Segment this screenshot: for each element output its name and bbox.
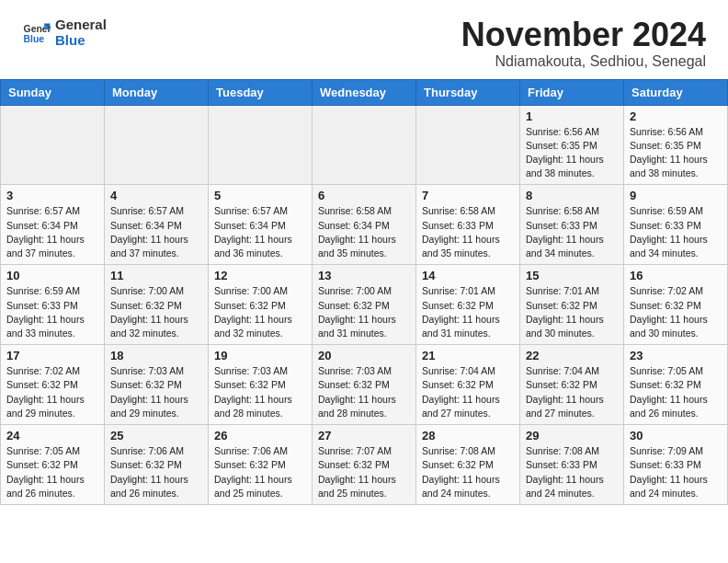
calendar-cell: 25Sunrise: 7:06 AM Sunset: 6:32 PM Dayli…	[105, 425, 209, 505]
col-header-thursday: Thursday	[416, 79, 520, 105]
day-number: 28	[422, 429, 514, 442]
col-header-wednesday: Wednesday	[313, 79, 416, 105]
calendar-cell: 11Sunrise: 7:00 AM Sunset: 6:32 PM Dayli…	[105, 265, 209, 345]
calendar-cell: 16Sunrise: 7:02 AM Sunset: 6:32 PM Dayli…	[624, 265, 728, 345]
day-number: 22	[526, 349, 618, 362]
calendar-week-row: 10Sunrise: 6:59 AM Sunset: 6:33 PM Dayli…	[1, 265, 728, 345]
day-number: 17	[6, 349, 98, 362]
day-number: 6	[318, 189, 410, 202]
day-info: Sunrise: 7:06 AM Sunset: 6:32 PM Dayligh…	[214, 444, 306, 500]
day-number: 4	[110, 189, 202, 202]
calendar-week-row: 1Sunrise: 6:56 AM Sunset: 6:35 PM Daylig…	[1, 105, 728, 185]
day-info: Sunrise: 7:04 AM Sunset: 6:32 PM Dayligh…	[526, 364, 618, 420]
day-number: 10	[6, 269, 98, 282]
calendar-week-row: 3Sunrise: 6:57 AM Sunset: 6:34 PM Daylig…	[1, 185, 728, 265]
calendar-cell: 24Sunrise: 7:05 AM Sunset: 6:32 PM Dayli…	[1, 425, 105, 505]
day-number: 26	[214, 429, 306, 442]
calendar-cell: 27Sunrise: 7:07 AM Sunset: 6:32 PM Dayli…	[313, 425, 416, 505]
day-info: Sunrise: 7:03 AM Sunset: 6:32 PM Dayligh…	[214, 364, 306, 420]
calendar-cell: 10Sunrise: 6:59 AM Sunset: 6:33 PM Dayli…	[1, 265, 105, 345]
col-header-saturday: Saturday	[624, 79, 728, 105]
day-number: 18	[110, 349, 202, 362]
calendar-cell	[1, 105, 105, 185]
col-header-tuesday: Tuesday	[209, 79, 313, 105]
day-number: 3	[6, 189, 98, 202]
day-number: 8	[526, 189, 618, 202]
calendar-cell: 15Sunrise: 7:01 AM Sunset: 6:32 PM Dayli…	[520, 265, 624, 345]
day-number: 14	[422, 269, 514, 282]
day-info: Sunrise: 7:00 AM Sunset: 6:32 PM Dayligh…	[318, 284, 410, 340]
calendar-cell: 22Sunrise: 7:04 AM Sunset: 6:32 PM Dayli…	[520, 345, 624, 425]
month-year: November 2024	[461, 17, 706, 53]
day-info: Sunrise: 7:06 AM Sunset: 6:32 PM Dayligh…	[110, 444, 202, 500]
day-info: Sunrise: 6:58 AM Sunset: 6:33 PM Dayligh…	[422, 204, 514, 260]
day-info: Sunrise: 7:00 AM Sunset: 6:32 PM Dayligh…	[214, 284, 306, 340]
day-info: Sunrise: 7:09 AM Sunset: 6:33 PM Dayligh…	[630, 444, 722, 500]
day-number: 20	[318, 349, 410, 362]
calendar-cell: 17Sunrise: 7:02 AM Sunset: 6:32 PM Dayli…	[1, 345, 105, 425]
day-info: Sunrise: 6:57 AM Sunset: 6:34 PM Dayligh…	[110, 204, 202, 260]
day-number: 29	[526, 429, 618, 442]
day-number: 24	[6, 429, 98, 442]
day-number: 19	[214, 349, 306, 362]
calendar-cell	[105, 105, 209, 185]
calendar-week-row: 24Sunrise: 7:05 AM Sunset: 6:32 PM Dayli…	[1, 425, 728, 505]
svg-text:Blue: Blue	[24, 34, 45, 44]
calendar-cell: 1Sunrise: 6:56 AM Sunset: 6:35 PM Daylig…	[520, 105, 624, 185]
day-number: 2	[630, 109, 722, 123]
day-info: Sunrise: 7:05 AM Sunset: 6:32 PM Dayligh…	[630, 364, 722, 420]
day-info: Sunrise: 7:08 AM Sunset: 6:32 PM Dayligh…	[422, 444, 514, 500]
day-number: 21	[422, 349, 514, 362]
day-number: 30	[630, 429, 722, 442]
day-info: Sunrise: 7:02 AM Sunset: 6:32 PM Dayligh…	[630, 284, 722, 340]
day-info: Sunrise: 7:04 AM Sunset: 6:32 PM Dayligh…	[422, 364, 514, 420]
day-info: Sunrise: 6:56 AM Sunset: 6:35 PM Dayligh…	[526, 125, 618, 181]
day-number: 27	[318, 429, 410, 442]
col-header-monday: Monday	[105, 79, 209, 105]
day-number: 16	[630, 269, 722, 282]
calendar-cell: 12Sunrise: 7:00 AM Sunset: 6:32 PM Dayli…	[209, 265, 313, 345]
calendar-cell: 23Sunrise: 7:05 AM Sunset: 6:32 PM Dayli…	[624, 345, 728, 425]
day-info: Sunrise: 7:05 AM Sunset: 6:32 PM Dayligh…	[6, 444, 98, 500]
day-info: Sunrise: 7:03 AM Sunset: 6:32 PM Dayligh…	[110, 364, 202, 420]
calendar-cell	[313, 105, 416, 185]
day-number: 13	[318, 269, 410, 282]
day-info: Sunrise: 6:59 AM Sunset: 6:33 PM Dayligh…	[6, 284, 98, 340]
calendar-cell: 6Sunrise: 6:58 AM Sunset: 6:34 PM Daylig…	[313, 185, 416, 265]
day-number: 5	[214, 189, 306, 202]
day-info: Sunrise: 7:08 AM Sunset: 6:33 PM Dayligh…	[526, 444, 618, 500]
calendar-cell: 2Sunrise: 6:56 AM Sunset: 6:35 PM Daylig…	[624, 105, 728, 185]
calendar-cell: 30Sunrise: 7:09 AM Sunset: 6:33 PM Dayli…	[624, 425, 728, 505]
calendar-cell: 14Sunrise: 7:01 AM Sunset: 6:32 PM Dayli…	[416, 265, 520, 345]
day-info: Sunrise: 7:03 AM Sunset: 6:32 PM Dayligh…	[318, 364, 410, 420]
calendar-cell: 28Sunrise: 7:08 AM Sunset: 6:32 PM Dayli…	[416, 425, 520, 505]
day-info: Sunrise: 6:57 AM Sunset: 6:34 PM Dayligh…	[6, 204, 98, 260]
calendar-cell: 9Sunrise: 6:59 AM Sunset: 6:33 PM Daylig…	[624, 185, 728, 265]
day-number: 12	[214, 269, 306, 282]
logo-icon: General Blue	[22, 17, 51, 47]
calendar-cell: 13Sunrise: 7:00 AM Sunset: 6:32 PM Dayli…	[313, 265, 416, 345]
calendar-cell: 29Sunrise: 7:08 AM Sunset: 6:33 PM Dayli…	[520, 425, 624, 505]
calendar-cell: 3Sunrise: 6:57 AM Sunset: 6:34 PM Daylig…	[1, 185, 105, 265]
day-info: Sunrise: 7:01 AM Sunset: 6:32 PM Dayligh…	[526, 284, 618, 340]
day-number: 1	[526, 109, 618, 123]
logo: General Blue General Blue	[22, 17, 107, 49]
calendar-cell: 26Sunrise: 7:06 AM Sunset: 6:32 PM Dayli…	[209, 425, 313, 505]
calendar-week-row: 17Sunrise: 7:02 AM Sunset: 6:32 PM Dayli…	[1, 345, 728, 425]
day-number: 9	[630, 189, 722, 202]
day-info: Sunrise: 6:57 AM Sunset: 6:34 PM Dayligh…	[214, 204, 306, 260]
day-number: 15	[526, 269, 618, 282]
title-block: November 2024 Ndiamakouta, Sedhiou, Sene…	[461, 17, 706, 70]
day-info: Sunrise: 6:58 AM Sunset: 6:33 PM Dayligh…	[526, 204, 618, 260]
calendar-header-row: SundayMondayTuesdayWednesdayThursdayFrid…	[1, 79, 728, 105]
calendar-cell: 19Sunrise: 7:03 AM Sunset: 6:32 PM Dayli…	[209, 345, 313, 425]
day-number: 7	[422, 189, 514, 202]
day-info: Sunrise: 7:02 AM Sunset: 6:32 PM Dayligh…	[6, 364, 98, 420]
calendar-cell: 5Sunrise: 6:57 AM Sunset: 6:34 PM Daylig…	[209, 185, 313, 265]
calendar-cell	[416, 105, 520, 185]
calendar-table: SundayMondayTuesdayWednesdayThursdayFrid…	[0, 79, 728, 505]
calendar-cell	[209, 105, 313, 185]
logo-general-text: General	[55, 17, 107, 32]
calendar-cell: 20Sunrise: 7:03 AM Sunset: 6:32 PM Dayli…	[313, 345, 416, 425]
col-header-sunday: Sunday	[1, 79, 105, 105]
